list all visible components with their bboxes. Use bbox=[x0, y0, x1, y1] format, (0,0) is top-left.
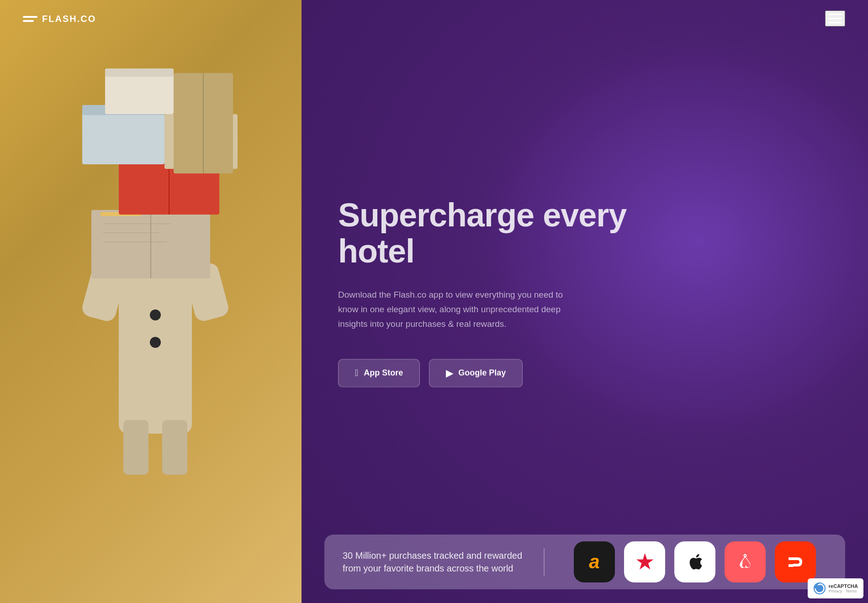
left-panel: FLASH.CO bbox=[0, 0, 302, 603]
left-logo: FLASH.CO bbox=[23, 14, 96, 24]
macys-brand-icon: ★ bbox=[624, 541, 665, 582]
svg-rect-26 bbox=[789, 564, 793, 567]
bottom-banner: 30 Million+ purchases tracked and reward… bbox=[324, 535, 845, 589]
hamburger-line-3 bbox=[828, 22, 842, 23]
svg-rect-3 bbox=[123, 420, 148, 475]
hero-title: Supercharge every hotel bbox=[338, 197, 831, 269]
header bbox=[302, 0, 868, 37]
logo-bar-1 bbox=[23, 16, 37, 18]
recaptcha-badge: reCAPTCHA Privacy · Terms bbox=[808, 578, 863, 598]
banner-divider bbox=[544, 548, 545, 576]
hamburger-button[interactable] bbox=[825, 10, 845, 26]
amazon-icon-letter: a bbox=[589, 551, 599, 573]
macys-icon-star: ★ bbox=[636, 551, 653, 573]
google-play-label: Google Play bbox=[458, 368, 506, 378]
play-icon: ▶ bbox=[446, 367, 453, 378]
banner-text: 30 Million+ purchases tracked and reward… bbox=[343, 549, 525, 575]
svg-rect-22 bbox=[105, 68, 174, 77]
app-store-button[interactable]:  App Store bbox=[338, 359, 420, 387]
svg-rect-25 bbox=[784, 551, 807, 573]
hero-title-line2: hotel bbox=[338, 232, 414, 269]
app-store-label: App Store bbox=[364, 368, 403, 378]
airbnb-brand-icon bbox=[725, 541, 766, 582]
svg-point-2 bbox=[150, 337, 161, 348]
hero-description: Download the Flash.co app to view everyt… bbox=[338, 287, 566, 331]
page-wrapper: FLASH.CO bbox=[0, 0, 868, 603]
hamburger-line-2 bbox=[828, 18, 842, 19]
apple-logo-svg bbox=[685, 552, 704, 572]
brand-icons: a ★ bbox=[563, 541, 827, 582]
recaptcha-label: reCAPTCHA bbox=[829, 583, 858, 589]
left-logo-icon bbox=[23, 16, 37, 22]
airbnb-logo-svg bbox=[735, 552, 755, 572]
recaptcha-icon bbox=[813, 582, 826, 595]
right-panel: Supercharge every hotel Download the Fla… bbox=[302, 0, 868, 603]
apple-brand-icon bbox=[674, 541, 715, 582]
svg-rect-4 bbox=[162, 420, 187, 475]
doordash-logo-svg bbox=[784, 551, 807, 573]
hero-content: Supercharge every hotel Download the Fla… bbox=[338, 197, 831, 387]
doordash-brand-icon bbox=[775, 541, 816, 582]
hero-title-line1: Supercharge every bbox=[338, 196, 626, 233]
google-play-button[interactable]: ▶ Google Play bbox=[429, 359, 523, 387]
left-logo-text: FLASH.CO bbox=[42, 14, 96, 24]
svg-point-1 bbox=[150, 309, 161, 320]
apple-icon:  bbox=[355, 368, 358, 378]
hamburger-line-1 bbox=[828, 14, 842, 15]
recaptcha-links: Privacy · Terms bbox=[829, 589, 858, 593]
logo-bar-2 bbox=[23, 20, 34, 22]
cta-buttons:  App Store ▶ Google Play bbox=[338, 359, 831, 387]
boxes-illustration bbox=[14, 23, 297, 479]
amazon-brand-icon: a bbox=[574, 541, 615, 582]
